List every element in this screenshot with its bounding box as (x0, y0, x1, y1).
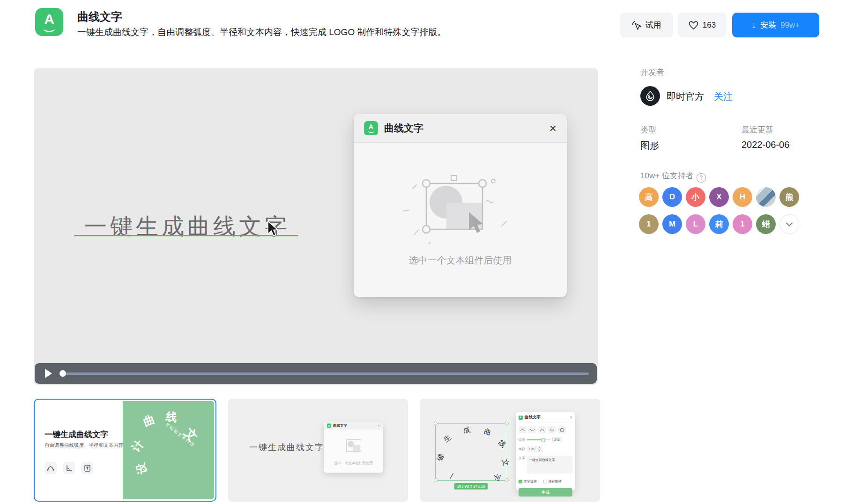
progress-track[interactable] (65, 373, 589, 375)
plugin-dialog-title: 曲线文字 (384, 122, 543, 135)
install-count: 99w+ (780, 21, 800, 30)
thumb1-arc-char: 设 (133, 461, 150, 475)
follow-link[interactable]: 关注 (714, 90, 733, 103)
supporter-avatar-photo[interactable] (756, 187, 776, 207)
thumb3-selection-frame (435, 423, 507, 481)
canvas-sample-text: 一键生成曲线文字 (84, 212, 290, 241)
thumb1-arc-char: 曲 (141, 412, 156, 430)
jsdesign-logo-icon (644, 90, 656, 102)
supporter-avatar[interactable]: D (662, 187, 682, 207)
thumb3-panel-close-icon: × (570, 415, 572, 420)
supporter-avatar[interactable]: 莉 (709, 214, 729, 234)
supporter-avatar[interactable]: L (686, 214, 705, 234)
thumb2-illustration (346, 439, 361, 452)
arc-slider (527, 439, 550, 440)
progress-knob[interactable] (59, 370, 66, 377)
app-icon-arc (43, 27, 55, 32)
thumb2-close-icon: × (378, 424, 380, 428)
heart-icon (689, 21, 698, 30)
supporter-avatar[interactable]: 1 (733, 214, 752, 234)
supporter-avatar[interactable]: 高 (639, 187, 659, 207)
thumb3-curved-char: 成 (462, 425, 471, 435)
supporters-label: 10w+ 位支持者? (640, 170, 706, 183)
thumb3-plugin-panel: A 曲线文字 × 弧度 245 半径 128 (516, 412, 575, 491)
plugin-store-page: A 曲线文字 一键生成曲线文字，自由调整弧度、半径和文本内容，快速完成 LOGO… (0, 0, 853, 504)
supporter-avatar[interactable]: X (709, 187, 729, 207)
thumb1-arc-char: 计 (128, 437, 147, 455)
angle-tool-icon (63, 462, 75, 474)
text-doc-icon (81, 462, 93, 474)
thumb1-arc-char: 线 (165, 409, 178, 425)
type-label: 类型 (640, 124, 656, 135)
thumb3-size-badge: 303.98 x 245.19 (454, 483, 488, 489)
help-icon[interactable]: ? (697, 173, 706, 183)
app-icon-letter: A (44, 12, 54, 26)
supporters-row-1: 高D小XH熊 (639, 187, 799, 207)
updated-label: 最近更新 (742, 124, 773, 135)
empty-state-illustration (401, 175, 522, 249)
like-button[interactable]: 163 (678, 13, 727, 37)
text-input: 一键生成曲线文字 (527, 456, 572, 474)
plugin-dialog-header: A 曲线文字 × (354, 114, 567, 143)
developer-avatar[interactable] (640, 86, 660, 106)
thumb2-mini-dialog: A 曲线文字 × 选中一个文本组件后使用 (324, 422, 383, 473)
supporter-avatar[interactable]: 蜡 (756, 214, 776, 234)
page-title: 曲线文字 (77, 9, 122, 24)
radius-stepper: 128 (527, 446, 543, 452)
arc-value: 245 (552, 437, 562, 442)
supporter-avatar[interactable]: 熊 (779, 187, 799, 207)
thumbnail-3[interactable]: 生成曲线文字一键 303.98 x 245.19 A 曲线文字 × 弧度 245 (420, 399, 600, 502)
cursor-click-icon (632, 21, 641, 30)
supporter-avatar[interactable]: H (733, 187, 752, 207)
try-label: 试用 (645, 20, 661, 30)
video-controls-bar (35, 363, 597, 384)
mouse-cursor-icon (267, 221, 281, 237)
install-button[interactable]: ↓ 安装 99w+ (732, 13, 819, 37)
thumb1-green-art: 半径和文本内容 曲线文字× 生成 曲线文计设 (123, 401, 214, 499)
supporter-avatar[interactable]: M (662, 214, 682, 234)
developer-name[interactable]: 即时官方 (667, 90, 704, 103)
play-button[interactable] (45, 369, 52, 378)
updated-value: 2022-06-06 (742, 139, 789, 150)
expand-supporters-button[interactable] (779, 214, 799, 234)
checkbox-unchecked-icon (543, 480, 547, 483)
checkbox-checked-icon: ✓ (519, 480, 522, 483)
generate-button: 生成 (519, 488, 572, 497)
thumb3-curved-char: 文 (500, 458, 511, 467)
thumb2-dialog-icon: A (327, 424, 331, 428)
install-label: 安装 (760, 20, 776, 30)
text-selection-underline (74, 235, 298, 236)
like-count: 163 (703, 21, 716, 30)
supporters-row-2: 1ML莉1蜡 (639, 214, 799, 234)
thumb2-sample-text: 一键生成曲线文字 (249, 442, 324, 453)
developer-section-label: 开发者 (640, 67, 664, 78)
supporter-avatar[interactable]: 小 (686, 187, 705, 207)
app-description: 一键生成曲线文字，自由调整弧度、半径和文本内容，快速完成 LOGO 制作和特殊文… (77, 26, 446, 38)
dialog-caption: 选中一个文本组件后使用 (354, 254, 567, 267)
type-value: 图形 (640, 139, 659, 152)
app-icon: A (35, 8, 63, 36)
plugin-dialog: A 曲线文字 × (354, 114, 567, 297)
download-icon: ↓ (752, 20, 757, 30)
thumbnail-1-selected[interactable]: 一键生成曲线文字 自由调整曲线弧度、半径和文本内容 半径和文本内容 (34, 399, 216, 502)
plugin-dialog-icon: A (364, 121, 378, 135)
thumb1-subtitle: 自由调整曲线弧度、半径和文本内容 (45, 442, 123, 449)
curve-tool-icon (45, 462, 57, 474)
thumbnail-2[interactable]: 一键生成曲线文字 A 曲线文字 × 选中一个文本组件后使用 (228, 399, 408, 502)
thumb1-heading: 一键生成曲线文字 (45, 429, 108, 440)
video-preview[interactable]: 一键生成曲线文字 A 曲线文字 × (34, 68, 598, 385)
curve-style-buttons (519, 426, 572, 433)
thumb3-panel-icon: A (519, 416, 523, 420)
try-button[interactable]: 试用 (620, 13, 673, 37)
supporter-avatar[interactable]: 1 (639, 214, 659, 234)
close-icon[interactable]: × (549, 122, 556, 134)
